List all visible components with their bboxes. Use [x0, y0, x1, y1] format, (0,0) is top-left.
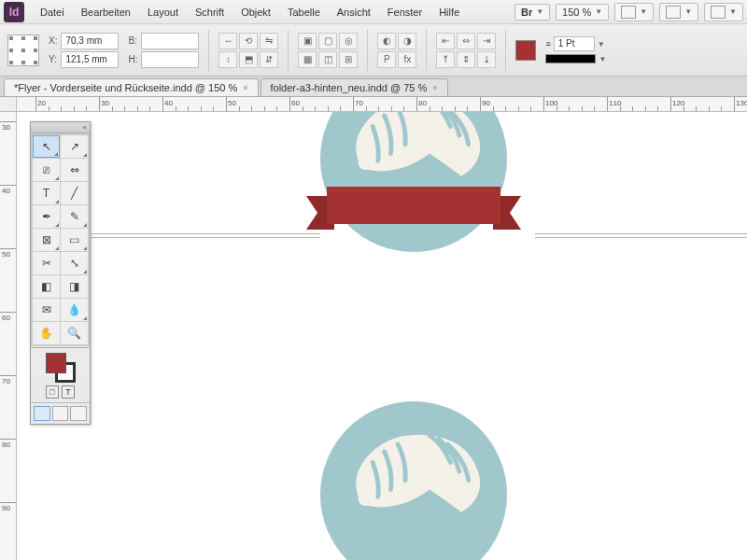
decorative-rule — [535, 233, 747, 234]
arrange-icon — [666, 6, 681, 19]
normal-view-button[interactable] — [34, 406, 50, 421]
zoom-value: 150 % — [562, 7, 591, 18]
fill-color[interactable] — [46, 353, 66, 373]
gradient-feather-tool[interactable]: ◨ — [61, 275, 88, 298]
fill-frame-icon[interactable]: ▦ — [298, 51, 317, 68]
fit-prop-icon[interactable]: ◫ — [318, 51, 337, 68]
selection-tool[interactable]: ↖ — [33, 135, 60, 158]
fit-frame-icon[interactable]: ▢ — [318, 33, 337, 49]
menu-window[interactable]: Fenster — [379, 3, 430, 21]
menu-table[interactable]: Tabelle — [279, 3, 329, 21]
scissors-tool[interactable]: ✂ — [33, 252, 60, 274]
scale-y-icon[interactable]: ↕ — [218, 51, 237, 68]
align-top-icon[interactable]: ⤒ — [436, 51, 455, 68]
line-tool[interactable]: ╱ — [61, 182, 88, 204]
rotate-icon[interactable]: ⟲ — [239, 33, 258, 49]
decorative-rule — [535, 237, 747, 238]
croissant-icon — [344, 112, 488, 191]
center-content-icon[interactable]: ◎ — [339, 33, 358, 49]
control-bar: X: 70,3 mm Y: 121,5 mm B: H: ↔ ⟲ ⇋ ↕ ⬒ ⇵… — [0, 24, 747, 77]
rectangle-frame-tool[interactable]: ⊠ — [33, 229, 60, 251]
vertical-ruler[interactable]: 30405060708090100 — [0, 112, 17, 560]
fill-swatch[interactable] — [515, 40, 536, 61]
align-vcenter-icon[interactable]: ⇕ — [457, 51, 475, 68]
fit-content-icon[interactable]: ▣ — [298, 33, 317, 49]
preview-view-button[interactable] — [52, 406, 69, 421]
page-tool[interactable]: ⎚ — [33, 159, 60, 181]
menu-edit[interactable]: Bearbeiten — [73, 3, 139, 21]
flip-v-icon[interactable]: ⇵ — [260, 51, 278, 68]
gradient-swatch-tool[interactable]: ◧ — [33, 275, 60, 298]
align-right-icon[interactable]: ⇥ — [477, 33, 496, 49]
croissant-icon — [344, 425, 488, 527]
menu-layout[interactable]: Layout — [139, 3, 187, 21]
pen-tool[interactable]: ✒ — [33, 205, 60, 228]
tools-panel[interactable]: « ↖ ↗ ⎚ ⇔ T ╱ ✒ ✎ ⊠ ▭ ✂ ⤡ ◧ ◨ ✉ 💧 ✋ 🔍 □ … — [30, 121, 91, 425]
logo-graphic[interactable] — [306, 112, 521, 280]
hand-tool[interactable]: ✋ — [33, 322, 60, 344]
chevron-down-icon: ▼ — [729, 7, 737, 16]
arrange-button[interactable]: ▼ — [659, 3, 698, 21]
flip-h-icon[interactable]: ⇋ — [260, 33, 278, 49]
menu-type[interactable]: Schrift — [187, 3, 233, 21]
align-left-icon[interactable]: ⇤ — [436, 33, 455, 49]
bridge-button[interactable]: Br▼ — [514, 4, 550, 21]
ruler-origin[interactable] — [0, 97, 17, 112]
screen-mode-button[interactable]: ▼ — [614, 3, 654, 21]
stroke-weight-input[interactable]: 1 Pt — [554, 36, 595, 51]
formatting-text-icon[interactable]: T — [62, 385, 75, 399]
auto-fit-icon[interactable]: ⊞ — [339, 51, 358, 68]
x-input[interactable]: 70,3 mm — [61, 33, 119, 49]
eyedropper-tool[interactable]: 💧 — [61, 299, 88, 321]
menu-object[interactable]: Objekt — [233, 3, 279, 21]
view-mode-row — [31, 402, 90, 424]
reference-point[interactable] — [7, 35, 39, 66]
scale-x-icon[interactable]: ↔ — [218, 33, 237, 49]
stroke-style[interactable] — [545, 54, 596, 63]
close-icon[interactable]: × — [243, 83, 247, 92]
menu-help[interactable]: Hilfe — [430, 3, 468, 21]
zoom-level[interactable]: 150 %▼ — [556, 4, 609, 21]
menu-view[interactable]: Ansicht — [329, 3, 379, 21]
formatting-container-icon[interactable]: □ — [46, 385, 59, 399]
doc-tab-active[interactable]: *Flyer - Vorderseite und Rückseite.indd … — [4, 78, 259, 96]
type-tool[interactable]: T — [33, 182, 60, 204]
bleed-view-button[interactable] — [70, 406, 87, 421]
document-canvas[interactable] — [17, 112, 747, 560]
horizontal-ruler[interactable]: 2030405060708090100110120130 — [17, 97, 747, 112]
free-transform-tool[interactable]: ⤡ — [61, 252, 88, 274]
zoom-tool[interactable]: 🔍 — [61, 322, 88, 344]
document-tabs: *Flyer - Vorderseite und Rückseite.indd … — [0, 77, 747, 97]
p-glyph-icon[interactable]: P — [377, 51, 396, 68]
align-bottom-icon[interactable]: ⤓ — [477, 51, 496, 68]
position-fields: X: 70,3 mm Y: 121,5 mm — [49, 33, 119, 68]
size-fields: B: H: — [128, 33, 199, 68]
gap-tool[interactable]: ⇔ — [61, 159, 88, 181]
screen-mode-icon — [621, 6, 636, 19]
close-icon[interactable]: × — [432, 83, 437, 92]
direct-selection-tool[interactable]: ↗ — [61, 135, 88, 158]
h-input[interactable] — [141, 51, 199, 68]
pencil-tool[interactable]: ✎ — [61, 205, 88, 228]
align-hcenter-icon[interactable]: ⇔ — [457, 33, 475, 49]
fill-stroke-block: □ T — [31, 349, 90, 402]
menu-bar: Id Datei Bearbeiten Layout Schrift Objek… — [0, 0, 747, 24]
doc-tab[interactable]: folder-a3-hinten_neu.indd @ 75 %× — [261, 78, 448, 96]
logo-graphic[interactable] — [306, 401, 521, 560]
w-input[interactable] — [141, 33, 199, 49]
chevron-down-icon[interactable]: ▼ — [598, 40, 605, 49]
opacity-icon[interactable]: ◑ — [398, 33, 416, 49]
chevron-down-icon[interactable]: ▼ — [599, 55, 606, 63]
y-input[interactable]: 121,5 mm — [61, 51, 119, 68]
note-tool[interactable]: ✉ — [33, 299, 60, 321]
rectangle-tool[interactable]: ▭ — [61, 229, 88, 251]
fx-icon[interactable]: fx — [398, 51, 416, 68]
drop-shadow-icon[interactable]: ◐ — [377, 33, 396, 49]
x-label: X: — [49, 35, 57, 46]
decorative-rule — [92, 237, 320, 238]
collapse-icon[interactable]: « — [83, 123, 87, 132]
panel-header[interactable]: « — [31, 122, 90, 133]
workspace-button[interactable]: ▼ — [704, 3, 743, 21]
shear-icon[interactable]: ⬒ — [239, 51, 258, 68]
menu-file[interactable]: Datei — [32, 3, 73, 21]
